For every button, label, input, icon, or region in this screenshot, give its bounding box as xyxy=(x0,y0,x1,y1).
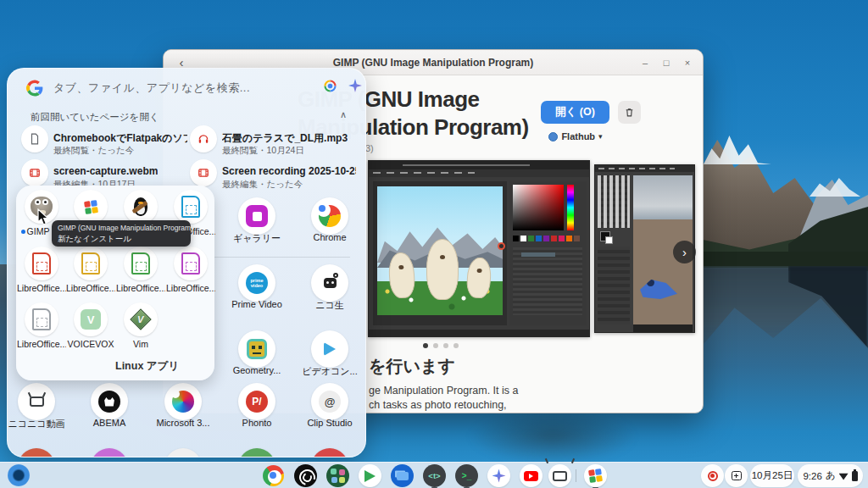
continue-item-subtitle: 最終編集・たった今 xyxy=(222,179,303,191)
tooltip-title: GIMP (GNU Image Manipulation Program) xyxy=(58,224,185,232)
google-logo xyxy=(26,80,43,97)
vim-icon: V xyxy=(130,308,151,330)
continue-item-title[interactable]: 石畳のテラスで_DL用.mp3 xyxy=(222,131,348,146)
source-selector[interactable]: Flathub ▾ xyxy=(530,130,621,143)
flathub-icon xyxy=(548,132,558,141)
screenshot-statusbar xyxy=(633,324,693,332)
app-tuxguitar[interactable] xyxy=(124,190,158,224)
shelf-niconico[interactable] xyxy=(548,464,571,487)
shelf-youtube[interactable] xyxy=(520,464,542,487)
app-clip-studio[interactable]: @ xyxy=(311,383,348,420)
app-video-converter[interactable] xyxy=(311,330,348,368)
shelf-terminal[interactable]: >_ xyxy=(455,464,478,487)
shelf-chrome[interactable] xyxy=(262,464,285,487)
app-label: LibreOffice... xyxy=(17,283,66,293)
shelf-software-center[interactable] xyxy=(584,464,607,487)
app-libreoffice[interactable] xyxy=(25,247,58,280)
app-gallery[interactable] xyxy=(238,197,275,235)
date-display[interactable]: 10月25日 xyxy=(750,464,794,487)
chromeos-desktop: ‹ GIMP (GNU Image Manipulation Program) … xyxy=(0,0,868,488)
app-nico-live[interactable] xyxy=(311,264,348,302)
app-libreoffice[interactable] xyxy=(124,247,158,280)
shelf-gemini[interactable] xyxy=(487,464,510,487)
app-libreoffice[interactable] xyxy=(25,302,58,336)
uninstall-button[interactable] xyxy=(618,101,641,124)
continue-item-title[interactable]: ChromebookでFlatpakのソフ... xyxy=(53,131,187,146)
voicevox-icon: V xyxy=(81,309,101,330)
hue-strip xyxy=(567,185,574,230)
app-partial[interactable] xyxy=(311,448,348,458)
battery-icon xyxy=(852,471,858,481)
continue-item-title[interactable]: Screen recording 2025-10-25... xyxy=(222,165,356,177)
screen-capture-button[interactable] xyxy=(725,464,748,487)
shelf-play-store[interactable] xyxy=(359,464,381,487)
app-voicevox[interactable]: V xyxy=(74,302,108,336)
app-partial[interactable] xyxy=(164,448,202,458)
gemini-icon[interactable] xyxy=(348,79,362,92)
google-lens-icon[interactable] xyxy=(323,79,337,93)
mosaic-app-icon xyxy=(84,200,98,214)
app-phonto[interactable]: P/ xyxy=(238,383,275,420)
maximize-button[interactable]: □ xyxy=(658,54,675,71)
toolbox-grid xyxy=(598,175,630,228)
app-libreoffice[interactable] xyxy=(174,247,208,280)
app-label: Geometry... xyxy=(221,365,292,375)
tooltip: GIMP (GNU Image Manipulation Program) 新た… xyxy=(52,220,191,247)
libreoffice-icon xyxy=(32,308,51,330)
dot-active[interactable] xyxy=(423,343,428,348)
app-geometry-dash[interactable] xyxy=(238,330,275,368)
app-niconico[interactable] xyxy=(18,383,55,420)
libreoffice-icon xyxy=(131,252,150,274)
app-partial[interactable] xyxy=(238,448,275,458)
shelf-music-app[interactable] xyxy=(294,464,317,487)
dot[interactable] xyxy=(443,343,448,348)
launcher-button[interactable] xyxy=(8,464,30,486)
app-label: Phonto xyxy=(221,418,292,428)
video-icon[interactable] xyxy=(21,159,48,186)
close-button[interactable]: × xyxy=(679,54,696,71)
carousel-dots[interactable] xyxy=(423,343,465,349)
shelf-files[interactable] xyxy=(391,464,414,487)
app-libreoffice[interactable] xyxy=(74,247,108,280)
app-libreoffice[interactable] xyxy=(174,190,208,224)
audio-icon[interactable] xyxy=(190,125,217,152)
shelf-text-editor[interactable]: <t> xyxy=(423,464,446,487)
app-vim[interactable]: V xyxy=(124,302,158,336)
app-mosaic[interactable] xyxy=(74,190,108,224)
video-icon[interactable] xyxy=(190,159,217,186)
niconico-icon xyxy=(30,396,44,407)
selected-layer xyxy=(521,252,555,257)
app-label: Prime Video xyxy=(221,299,292,309)
niconico-icon xyxy=(553,471,567,481)
carousel-next-button[interactable]: › xyxy=(673,241,696,263)
app-screenshot-1 xyxy=(368,160,590,337)
app-chrome[interactable] xyxy=(311,197,348,235)
shelf-green-app[interactable] xyxy=(326,464,349,487)
app-label: LibreOffice... xyxy=(166,283,215,293)
trash-icon xyxy=(624,107,635,118)
open-button[interactable]: 開く (O) xyxy=(541,101,609,124)
date-text: 10月25日 xyxy=(752,469,793,482)
libreoffice-icon xyxy=(32,252,51,274)
app-prime-video[interactable]: prime video xyxy=(238,264,275,302)
fg-bg-colors xyxy=(600,231,610,241)
chevron-up-icon[interactable]: ∧ xyxy=(340,109,347,120)
screenshot-dock-panel xyxy=(509,181,587,325)
continue-item-title[interactable]: screen-capture.webm xyxy=(53,165,158,177)
app-label: VOICEVOX xyxy=(66,339,115,349)
app-microsoft-365[interactable] xyxy=(164,383,202,420)
document-icon[interactable] xyxy=(21,125,48,152)
status-tray[interactable]: 9:26 あ xyxy=(798,464,863,487)
search-input[interactable]: タブ、ファイル、アプリなどを検索... xyxy=(53,75,250,101)
app-partial[interactable] xyxy=(91,448,128,458)
app-abema[interactable] xyxy=(91,383,128,420)
screenshot-statusbar xyxy=(369,330,589,336)
libreoffice-icon xyxy=(181,252,200,274)
color-picker xyxy=(513,185,564,230)
screen-record-indicator[interactable] xyxy=(701,464,724,487)
app-partial[interactable] xyxy=(18,448,55,458)
dot[interactable] xyxy=(433,343,438,348)
dot[interactable] xyxy=(453,343,459,348)
shelf-separator xyxy=(576,469,576,482)
minimize-button[interactable]: – xyxy=(637,54,654,71)
